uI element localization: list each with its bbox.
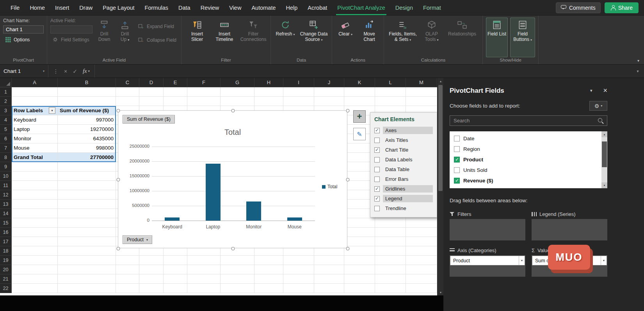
chart-element-checkbox[interactable] <box>374 128 380 133</box>
menu-tab-data[interactable]: Data <box>173 0 196 16</box>
cell-M21[interactable] <box>406 274 437 284</box>
row-header-4[interactable]: 4 <box>0 115 12 125</box>
menu-tab-design[interactable]: Design <box>390 0 418 16</box>
cell-A10[interactable] <box>12 171 58 181</box>
cell-C1[interactable] <box>116 87 139 97</box>
chart-resize-handle[interactable] <box>117 247 120 251</box>
cell-A21[interactable] <box>12 274 58 284</box>
chart-element-checkbox[interactable] <box>374 196 380 201</box>
row-header-7[interactable]: 7 <box>0 143 12 153</box>
chart-resize-handle[interactable] <box>346 109 350 113</box>
change-data-source-button[interactable]: Change Data Source▾ <box>299 18 329 57</box>
chart-resize-handle[interactable] <box>346 247 350 251</box>
chart-legend[interactable]: Total <box>322 184 337 189</box>
chart-resize-handle[interactable] <box>346 178 350 182</box>
cell-A1[interactable] <box>12 87 58 97</box>
field-checkbox[interactable] <box>454 167 460 173</box>
cell-H22[interactable] <box>254 284 283 293</box>
cell-K1[interactable] <box>344 87 375 97</box>
cell-L18[interactable] <box>375 246 406 256</box>
menu-tab-automate[interactable]: Automate <box>246 0 281 16</box>
chart-element-axis-titles[interactable]: Axis Titles <box>374 135 433 145</box>
cell-I21[interactable] <box>283 274 314 284</box>
cell-E19[interactable] <box>164 256 187 265</box>
chart-styles-button[interactable]: ✎ <box>353 128 366 140</box>
cell-M17[interactable] <box>406 237 437 246</box>
chart-element-checkbox[interactable] <box>374 206 380 211</box>
cell-D2[interactable] <box>139 97 164 106</box>
cell-L19[interactable] <box>375 256 406 265</box>
cell-E1[interactable] <box>164 87 187 97</box>
cell-I20[interactable] <box>283 265 314 274</box>
menu-tab-help[interactable]: Help <box>281 0 302 16</box>
panel-collapse-icon[interactable]: ▾ <box>590 88 592 93</box>
cell-L15[interactable] <box>375 218 406 228</box>
chart-resize-handle[interactable] <box>231 247 235 251</box>
column-header-J[interactable]: J <box>314 78 344 87</box>
insert-timeline-button[interactable]: Insert Timeline <box>212 18 237 57</box>
refresh-button[interactable]: Refresh▾ <box>274 18 297 57</box>
row-header-16[interactable]: 16 <box>0 228 12 237</box>
row-header-2[interactable]: 2 <box>0 97 12 106</box>
cell-A13[interactable] <box>12 200 58 209</box>
cell-F2[interactable] <box>187 97 221 106</box>
value-field-button[interactable]: Sum of Revenue ($) <box>123 115 175 124</box>
cell-A22[interactable] <box>12 284 58 293</box>
cell-B11[interactable] <box>58 181 116 190</box>
field-item-date[interactable]: Date <box>450 133 607 144</box>
column-header-D[interactable]: D <box>139 78 164 87</box>
chart-elements-button[interactable]: + <box>353 110 366 123</box>
cell-L22[interactable] <box>375 284 406 293</box>
clear-button[interactable]: Clear▾ <box>335 18 356 57</box>
menu-tab-formulas[interactable]: Formulas <box>140 0 173 16</box>
cell-J22[interactable] <box>314 284 344 293</box>
row-header-12[interactable]: 12 <box>0 190 12 200</box>
chart-title[interactable]: Total <box>118 128 347 137</box>
cell-I2[interactable] <box>283 97 314 106</box>
scroll-thumb[interactable] <box>438 85 443 191</box>
cell-J1[interactable] <box>314 87 344 97</box>
cell-H1[interactable] <box>254 87 283 97</box>
cell-B16[interactable] <box>58 228 116 237</box>
panel-tools-button[interactable]: ⚙ ▾ <box>589 101 607 111</box>
cell-B2[interactable] <box>58 97 116 106</box>
cell-D21[interactable] <box>139 274 164 284</box>
cell-M18[interactable] <box>406 246 437 256</box>
cell-C22[interactable] <box>116 284 139 293</box>
chart-name-input[interactable] <box>3 25 44 34</box>
row-labels-filter-button[interactable]: ▾ <box>49 107 55 114</box>
scroll-up-arrow[interactable]: ▲ <box>438 78 444 84</box>
cell-A6[interactable]: Monitor <box>12 134 58 143</box>
filters-dropzone[interactable] <box>450 219 525 240</box>
cell-A18[interactable] <box>12 246 58 256</box>
axis-pill-dropdown-icon[interactable]: ▾ <box>519 256 525 265</box>
bar-laptop[interactable] <box>206 164 221 221</box>
menu-tab-home[interactable]: Home <box>25 0 50 16</box>
panel-close-icon[interactable]: × <box>603 87 607 95</box>
row-header-8[interactable]: 8 <box>0 153 12 162</box>
cell-D19[interactable] <box>139 256 164 265</box>
cell-E20[interactable] <box>164 265 187 274</box>
chart-element-checkbox[interactable] <box>374 167 380 172</box>
cell-D20[interactable] <box>139 265 164 274</box>
cell-B7[interactable]: 998000 <box>58 143 116 153</box>
column-header-E[interactable]: E <box>164 78 187 87</box>
cell-A8[interactable]: Grand Total <box>12 153 58 162</box>
bar-mouse[interactable] <box>287 217 302 221</box>
cell-M16[interactable] <box>406 228 437 237</box>
chart-resize-handle[interactable] <box>117 109 120 113</box>
cell-A20[interactable] <box>12 265 58 274</box>
cell-M2[interactable] <box>406 97 437 106</box>
cell-J20[interactable] <box>314 265 344 274</box>
cell-J21[interactable] <box>314 274 344 284</box>
row-header-21[interactable]: 21 <box>0 274 12 284</box>
axis-dropzone[interactable]: Product ▾ <box>450 255 525 277</box>
field-item-revenue-[interactable]: Revenue ($) <box>450 175 607 186</box>
insert-function-button[interactable]: fx▾ <box>83 68 90 74</box>
row-header-17[interactable]: 17 <box>0 237 12 246</box>
cell-G20[interactable] <box>221 265 254 274</box>
menu-tab-page-layout[interactable]: Page Layout <box>98 0 139 16</box>
row-header-1[interactable]: 1 <box>0 87 12 97</box>
bar-keyboard[interactable] <box>165 217 180 221</box>
sheet-vertical-scrollbar[interactable]: ▲ ▼ <box>437 78 443 295</box>
